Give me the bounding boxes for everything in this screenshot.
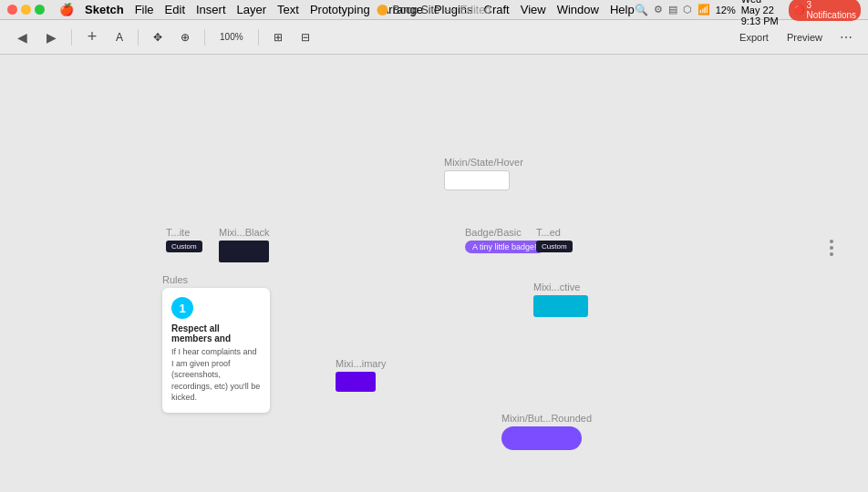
mixin-rounded-label: Mixin/But...Rounded [501, 413, 592, 424]
menu-prototyping[interactable]: Prototyping [310, 3, 370, 16]
mixin-active-wrapper: Mixi...ctive [533, 282, 588, 317]
dot-1 [830, 240, 833, 243]
title-badge[interactable]: Custom [166, 241, 202, 252]
mixin-state-hover-component: Mixin/State/Hover [444, 157, 523, 190]
three-dot-menu[interactable] [822, 239, 841, 257]
icon-3: ⬡ [683, 4, 692, 15]
rules-card[interactable]: 1 Respect all members and If I hear comp… [162, 288, 270, 413]
toolbar-separator-3 [204, 29, 205, 46]
mixin-primary-label: Mixi...imary [336, 358, 387, 369]
search-icon[interactable]: 🔍 [635, 4, 648, 16]
menubar: 🍎 Sketch File Edit Insert Layer Text Pro… [0, 0, 868, 20]
badge-basic-label: Badge/Basic [465, 227, 522, 238]
t-ed-wrapper: T...ed Custom [536, 227, 573, 252]
mixin-rounded-wrapper: Mixin/But...Rounded [501, 413, 592, 450]
icon-wifi: 📶 [698, 4, 710, 15]
toolbar-grid-btn[interactable]: ⊞ [266, 26, 290, 49]
rules-title: Respect all members and [171, 323, 261, 343]
doc-status: Edited [460, 4, 491, 16]
menu-text[interactable]: Text [277, 3, 299, 16]
rules-label: Rules [162, 274, 188, 285]
menu-insert[interactable]: Insert [196, 3, 226, 16]
canvas[interactable]: Mixin/State/Hover T...ite Custom Mixi...… [0, 55, 868, 492]
mixin-primary-wrapper: Mixi...imary [336, 358, 387, 392]
toolbar-more-btn[interactable]: ⋯ [833, 26, 859, 49]
menubar-left: 🍎 Sketch File Edit Insert Layer Text Pro… [7, 3, 635, 16]
toolbar-text-btn[interactable]: A [108, 26, 130, 49]
battery-level: 12% [716, 5, 736, 15]
icon-1: ⚙ [654, 4, 663, 15]
mixin-black-rect[interactable] [219, 241, 269, 262]
toolbar-separator-4 [258, 29, 259, 46]
dot-2 [830, 246, 833, 250]
mixin-black-wrapper: Mixi...Black [219, 227, 270, 262]
toolbar-scale-btn[interactable]: 100% [212, 26, 251, 49]
menu-file[interactable]: File [135, 3, 154, 16]
toolbar-separator-2 [138, 29, 139, 46]
toolbar-zoom-btn[interactable]: ⊕ [173, 26, 197, 49]
icon-2: ▤ [668, 4, 677, 15]
rules-number: 1 [171, 297, 193, 319]
rules-body: If I hear complaints and I am given proo… [171, 346, 261, 404]
toolbar-pan-btn[interactable]: ✥ [146, 26, 170, 49]
mixin-state-hover-label: Mixin/State/Hover [444, 157, 523, 168]
badge-basic-element[interactable]: A tiny little badge! [465, 241, 544, 253]
menu-window[interactable]: Window [557, 3, 599, 16]
mixin-active-label: Mixi...ctive [533, 282, 580, 292]
dot-3 [830, 252, 833, 256]
menubar-right: 🔍 ⚙ ▤ ⬡ 📶 12% Wed May 22 9:13 PM 🔴 3 Not… [635, 0, 861, 26]
toolbar-forward-btn[interactable]: ▶ [38, 26, 64, 49]
menu-help[interactable]: Help [610, 3, 635, 16]
mixin-active-rect[interactable] [533, 295, 588, 317]
rules-wrapper: Rules 1 Respect all members and If I hea… [162, 274, 270, 413]
notifications-badge[interactable]: 🔴 3 Notifications [789, 0, 861, 21]
toolbar-export-btn[interactable]: Export [732, 26, 776, 49]
t-ed-badge[interactable]: Custom [536, 241, 573, 252]
hover-box[interactable] [444, 170, 510, 190]
insert-btn[interactable]: + [79, 26, 105, 49]
clock: Wed May 22 9:13 PM [741, 0, 783, 26]
menu-view[interactable]: View [521, 3, 546, 16]
menu-layer[interactable]: Layer [237, 3, 267, 16]
badge-basic-wrapper: Badge/Basic A tiny little badge! [465, 227, 544, 253]
toolbar-back-btn[interactable]: ◀ [9, 26, 35, 49]
toolbar-preview-btn[interactable]: Preview [780, 26, 830, 49]
apple-logo: 🍎 [59, 3, 74, 16]
mixin-primary-rect[interactable] [336, 372, 376, 392]
menu-edit[interactable]: Edit [165, 3, 185, 16]
mixin-black-label: Mixi...Black [219, 227, 270, 238]
t-ed-label: T...ed [536, 227, 561, 238]
mixin-rounded-btn[interactable] [501, 426, 582, 450]
app-name[interactable]: Sketch [85, 3, 124, 16]
title-separator: — [445, 4, 456, 16]
boop-icon [377, 5, 388, 15]
toolbar-ruler-btn[interactable]: ⊟ [294, 26, 317, 49]
toolbar-separator-1 [71, 29, 72, 46]
menubar-center: Boop Site — Edited [377, 4, 491, 16]
title-component-wrapper: T...ite Custom [166, 227, 202, 252]
title-label: T...ite [166, 227, 190, 238]
doc-title: Boop Site [392, 4, 439, 16]
